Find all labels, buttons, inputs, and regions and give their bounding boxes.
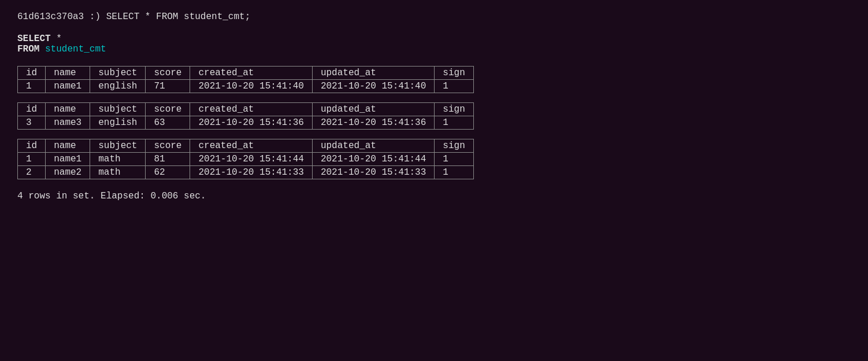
footer-line: 4 rows in set. Elapsed: 0.006 sec.	[17, 191, 851, 201]
result-group-2: id name subject score created_at updated…	[17, 102, 851, 130]
col-score-2: score	[146, 103, 190, 116]
query-block: SELECT * FROM student_cmt	[17, 34, 851, 54]
col-created-at-3: created_at	[190, 139, 312, 153]
cell-sign: 1	[435, 116, 473, 130]
col-sign-2: sign	[435, 103, 473, 116]
col-name-1: name	[46, 67, 90, 80]
col-score-3: score	[146, 139, 190, 153]
cell-id: 1	[18, 80, 46, 93]
col-name-3: name	[46, 139, 90, 153]
col-sign-3: sign	[435, 139, 473, 153]
prompt-text: 61d613c370a3 :) SELECT * FROM student_cm…	[17, 12, 250, 22]
result-group-1: id name subject score created_at updated…	[17, 66, 851, 93]
col-updated-at-1: updated_at	[312, 67, 434, 80]
col-name-2: name	[46, 103, 90, 116]
col-id-3: id	[18, 139, 46, 153]
cell-created-at: 2021-10-20 15:41:40	[190, 80, 312, 93]
cell-score: 71	[146, 80, 190, 93]
table-name: student_cmt	[45, 44, 106, 54]
cell-id: 2	[18, 166, 46, 179]
col-created-at-2: created_at	[190, 103, 312, 116]
cell-created-at: 2021-10-20 15:41:44	[190, 153, 312, 166]
col-created-at-1: created_at	[190, 67, 312, 80]
from-keyword: FROM	[17, 44, 39, 54]
result-group-3: id name subject score created_at updated…	[17, 139, 851, 179]
query-line-2: FROM student_cmt	[17, 44, 851, 54]
cell-updated-at: 2021-10-20 15:41:40	[312, 80, 434, 93]
result-groups: id name subject score created_at updated…	[17, 66, 851, 179]
col-subject-3: subject	[90, 139, 146, 153]
header-row-1: id name subject score created_at updated…	[18, 67, 474, 80]
select-star: *	[51, 34, 62, 44]
prompt-line: 61d613c370a3 :) SELECT * FROM student_cm…	[17, 12, 851, 22]
footer-text: 4 rows in set. Elapsed: 0.006 sec.	[17, 191, 206, 201]
query-line-1: SELECT *	[17, 34, 851, 44]
col-id-2: id	[18, 103, 46, 116]
cell-score: 63	[146, 116, 190, 130]
col-score-1: score	[146, 67, 190, 80]
cell-subject: english	[90, 80, 146, 93]
col-updated-at-2: updated_at	[312, 103, 434, 116]
header-row-2: id name subject score created_at updated…	[18, 103, 474, 116]
col-id-1: id	[18, 67, 46, 80]
cell-created-at: 2021-10-20 15:41:33	[190, 166, 312, 179]
table-row: 1 name1 english 71 2021-10-20 15:41:40 2…	[18, 80, 474, 93]
col-subject-1: subject	[90, 67, 146, 80]
cell-sign: 1	[435, 153, 473, 166]
table-group-2: id name subject score created_at updated…	[17, 102, 474, 130]
col-sign-1: sign	[435, 67, 473, 80]
cell-name: name2	[46, 166, 90, 179]
cell-subject: english	[90, 116, 146, 130]
cell-subject: math	[90, 153, 146, 166]
cell-created-at: 2021-10-20 15:41:36	[190, 116, 312, 130]
cell-subject: math	[90, 166, 146, 179]
cell-score: 81	[146, 153, 190, 166]
table-row: 1 name1 math 81 2021-10-20 15:41:44 2021…	[18, 153, 474, 166]
table-group-1: id name subject score created_at updated…	[17, 66, 474, 93]
col-updated-at-3: updated_at	[312, 139, 434, 153]
cell-name: name1	[46, 80, 90, 93]
cell-sign: 1	[435, 166, 473, 179]
select-keyword: SELECT	[17, 34, 51, 44]
table-row: 2 name2 math 62 2021-10-20 15:41:33 2021…	[18, 166, 474, 179]
col-subject-2: subject	[90, 103, 146, 116]
cell-name: name1	[46, 153, 90, 166]
cell-id: 3	[18, 116, 46, 130]
cell-score: 62	[146, 166, 190, 179]
table-row: 3 name3 english 63 2021-10-20 15:41:36 2…	[18, 116, 474, 130]
cell-updated-at: 2021-10-20 15:41:33	[312, 166, 434, 179]
header-row-3: id name subject score created_at updated…	[18, 139, 474, 153]
cell-sign: 1	[435, 80, 473, 93]
table-group-3: id name subject score created_at updated…	[17, 139, 474, 179]
cell-updated-at: 2021-10-20 15:41:36	[312, 116, 434, 130]
cell-name: name3	[46, 116, 90, 130]
cell-id: 1	[18, 153, 46, 166]
cell-updated-at: 2021-10-20 15:41:44	[312, 153, 434, 166]
